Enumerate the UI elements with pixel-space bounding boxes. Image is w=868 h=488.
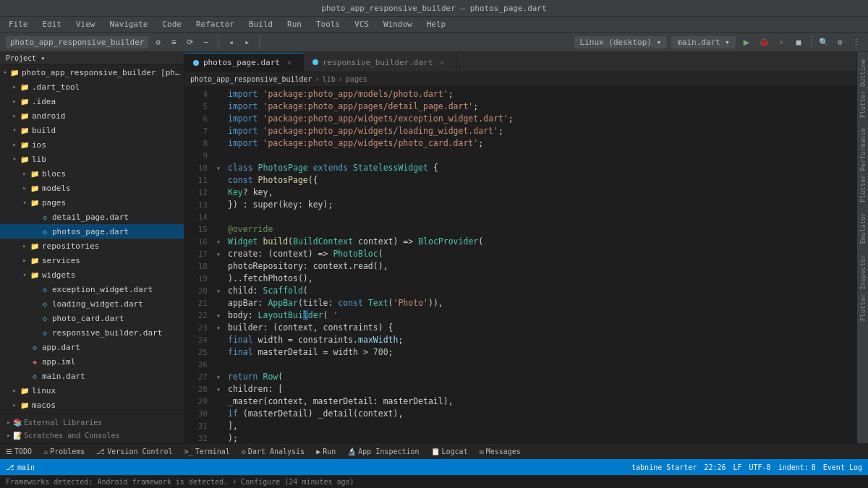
tree-idea[interactable]: ▸ 📁 .idea [0,94,184,108]
status-lf[interactable]: LF [733,463,741,471]
status-event-log[interactable]: Event Log [823,463,862,471]
gutter-23[interactable]: ▾ [212,322,225,334]
scratches-item[interactable]: ▸ 📝 Scratches and Consoles [3,429,181,442]
tree-repositories[interactable]: ▸ 📁 repositories [0,239,184,253]
external-libraries-item[interactable]: ▸ 📚 External Libraries [3,416,181,429]
code-line-32: ); [225,432,856,443]
gutter-10[interactable]: ▾ [212,162,225,174]
right-tab-flutter-outline[interactable]: Flutter Outline [858,55,868,122]
back-btn[interactable]: ◂ [224,35,237,48]
tab-responsive-builder[interactable]: responsive_builder.dart × [304,53,456,72]
dart-icon-main: ◇ [29,370,41,382]
close-tab-responsive[interactable]: × [437,57,447,67]
tree-main-dart[interactable]: ▸ ◇ main.dart [0,369,184,383]
gutter-17[interactable]: ▾ [212,248,225,260]
settings-btn[interactable]: ⚙ [151,35,164,48]
tree-blocs[interactable]: ▸ 📁 blocs [0,166,184,181]
menu-navigate[interactable]: Navigate [107,18,151,30]
menu-tools[interactable]: Tools [313,18,343,30]
tree-photo-card[interactable]: ▸ ◇ photo_card.dart [0,311,184,325]
run-config-selector[interactable]: main.dart ▾ [671,36,736,48]
dart-analysis-tool[interactable]: ◇ Dart Analysis [242,448,305,455]
gutter-20[interactable]: ▾ [212,285,225,297]
tree-models[interactable]: ▸ 📁 models [0,181,184,195]
label-android: android [32,111,65,121]
messages-tool[interactable]: ✉ Messages [480,448,521,455]
menu-vcs[interactable]: VCS [352,18,372,30]
profile-btn[interactable]: ⚡ [775,35,788,48]
platform-selector[interactable]: Linux (desktop) ▾ [574,36,668,48]
app-inspection-tool[interactable]: 🔬 App Inspection [347,448,419,455]
minus-btn[interactable]: − [199,35,212,48]
right-tab-flutter-inspector[interactable]: Flutter Inspector [858,250,868,325]
run-btn[interactable]: ▶ [740,35,753,48]
gutter-16[interactable]: ▾ [212,236,225,248]
tree-dart-tool[interactable]: ▸ 📁 .dart_tool [0,80,184,94]
indent-value: 8 [812,463,816,471]
code-content[interactable]: import 'package:photo_app/models/photo.d… [225,87,856,443]
tree-services[interactable]: ▸ 📁 services [0,253,184,267]
tree-detail-page[interactable]: ▸ ◇ detail_page.dart [0,210,184,224]
tree-app-iml[interactable]: ▸ ◈ app.iml [0,354,184,369]
right-tab-emulator[interactable]: Emulator [858,208,868,248]
menu-file[interactable]: File [6,18,31,30]
sidebar-bottom: ▸ 📚 External Libraries ▸ 📝 Scratches and… [0,414,184,443]
problems-label: Problems [50,448,85,455]
search-btn[interactable]: 🔍 [817,35,830,48]
tree-ios[interactable]: ▸ 📁 ios [0,137,184,152]
tree-exception-widget[interactable]: ▸ ◇ exception_widget.dart [0,282,184,296]
tree-android[interactable]: ▸ 📁 android [0,108,184,123]
gutter-22[interactable]: ▾ [212,309,225,322]
notification-bar: Frameworks detected: Android framework i… [0,475,868,488]
close-tab-photos[interactable]: × [284,58,294,68]
menu-window[interactable]: Window [380,18,415,30]
tree-root[interactable]: ▾ 📁 photo_app_responsive_builder [photo_… [0,65,184,80]
gutter-24 [212,334,225,346]
logcat-tool[interactable]: 📋 Logcat [431,448,468,455]
tree-macos[interactable]: ▸ 📁 macos [0,398,184,412]
right-tab-flutter-performance[interactable]: Flutter Performance [858,124,868,207]
file-tree: ▾ 📁 photo_app_responsive_builder [photo_… [0,65,184,414]
tree-widgets[interactable]: ▾ 📁 widgets [0,267,184,282]
gutter-30 [212,408,225,420]
terminal-tool[interactable]: >_ Terminal [184,448,230,455]
sync-btn[interactable]: ⟳ [183,35,196,48]
stop-btn[interactable]: ■ [792,35,805,48]
tree-loading-widget[interactable]: ▸ ◇ loading_widget.dart [0,296,184,311]
gutter-28[interactable]: ▾ [212,383,225,395]
tree-linux[interactable]: ▸ 📁 linux [0,383,184,398]
menu-build[interactable]: Build [246,18,276,30]
project-label[interactable]: photo_app_responsive_builder [6,36,148,48]
menu-edit[interactable]: Edit [40,18,65,30]
structure-btn[interactable]: ≡ [167,35,180,48]
forward-btn[interactable]: ▸ [240,35,253,48]
problems-tool[interactable]: ⚠ Problems [43,448,85,455]
gutter-27[interactable]: ▾ [212,371,225,383]
debug-btn[interactable]: 🐞 [757,35,770,48]
tree-app-dart[interactable]: ▸ ◇ app.dart [0,340,184,354]
tree-responsive-builder[interactable]: ▸ ◇ responsive_builder.dart [0,325,184,340]
chevron-widgets: ▾ [20,270,29,279]
gear-btn[interactable]: ⚙ [833,35,846,48]
messages-icon: ✉ [480,448,484,455]
menu-refactor[interactable]: Refactor [193,18,237,30]
todo-tool[interactable]: ☰ TODO [6,448,32,455]
label-models: models [42,184,71,193]
menu-code[interactable]: Code [159,18,184,30]
tree-lib[interactable]: ▾ 📁 lib [0,152,184,166]
run-tool[interactable]: ▶ Run [316,448,336,455]
gutter-5 [212,100,225,113]
status-encoding[interactable]: UTF-8 [749,463,771,471]
tree-photos-page[interactable]: ▸ ◇ photos_page.dart [0,224,184,239]
tree-pages[interactable]: ▾ 📁 pages [0,195,184,210]
status-git[interactable]: ⎇ main [6,463,35,471]
version-control-tool[interactable]: ⎇ Version Control [96,448,172,455]
tab-photos-page[interactable]: photos_page.dart × [184,53,304,72]
menu-view[interactable]: View [73,18,98,30]
tree-build[interactable]: ▾ 📁 build [0,123,184,137]
menu-help[interactable]: Help [424,18,449,30]
ln-29: 29 [184,395,208,408]
more-btn[interactable]: ⋮ [849,35,862,48]
encoding-label: UTF-8 [749,463,771,471]
menu-run[interactable]: Run [284,18,305,30]
